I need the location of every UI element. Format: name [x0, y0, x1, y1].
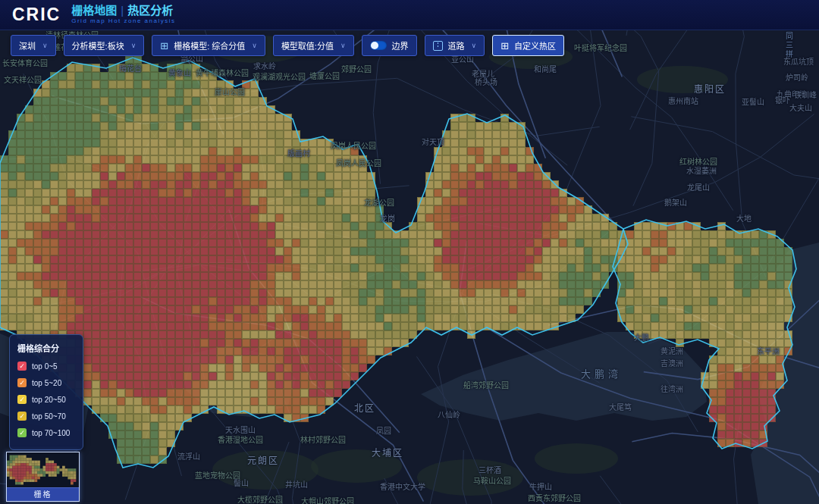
boundary-label: 边界 — [392, 39, 409, 52]
app-title: 栅格地图|热区分析 — [71, 5, 175, 17]
city-select[interactable]: 深圳 ∨ — [11, 35, 56, 56]
grid-model-select[interactable]: ⊞ 栅格模型: 综合分值 ∨ — [152, 35, 265, 56]
grid-icon: ⊞ — [160, 41, 168, 51]
model-value-select[interactable]: 模型取值:分值 ∨ — [273, 35, 354, 56]
chevron-down-icon: ∨ — [42, 42, 48, 49]
legend-item-label: top 0~5 — [32, 362, 58, 371]
grid-icon: ⊞ — [500, 41, 509, 51]
app-title-primary: 栅格地图 — [71, 4, 117, 17]
legend-checkbox-icon[interactable]: ✓ — [17, 412, 27, 421]
chevron-down-icon: ∨ — [252, 42, 257, 49]
legend-title: 栅格综合分 — [17, 342, 75, 354]
legend-checkbox-icon[interactable]: ✓ — [17, 362, 27, 371]
toolbar: 深圳 ∨ 分析模型:板块 ∨ ⊞ 栅格模型: 综合分值 ∨ 模型取值:分值 ∨ … — [11, 35, 564, 56]
minimap-label: 栅格 — [7, 487, 79, 501]
custom-hotzone-button[interactable]: ⊞ 自定义热区 — [492, 35, 564, 56]
toggle-on-icon[interactable] — [370, 41, 387, 50]
legend-item-label: top 50~70 — [32, 412, 66, 421]
legend-item-label: top 5~20 — [32, 379, 61, 387]
legend-item[interactable]: ✓top 50~70 — [17, 412, 75, 421]
app-subtitle: Grid map Hot zone analysis — [71, 18, 175, 25]
map-canvas[interactable] — [0, 30, 819, 504]
app-title-block: 栅格地图|热区分析 Grid map Hot zone analysis — [71, 5, 175, 25]
analysis-model-label: 分析模型:板块 — [72, 39, 124, 52]
minimap-canvas[interactable] — [7, 452, 79, 487]
custom-hotzone-label: 自定义热区 — [514, 39, 556, 52]
minimap[interactable]: 栅格 — [6, 452, 80, 502]
analysis-model-select[interactable]: 分析模型:板块 ∨ — [64, 35, 145, 56]
chevron-down-icon: ∨ — [472, 42, 477, 49]
legend-item[interactable]: ✓top 20~50 — [17, 395, 75, 404]
road-icon — [433, 41, 443, 51]
chevron-down-icon: ∨ — [131, 42, 136, 49]
legend-checkbox-icon[interactable]: ✓ — [17, 378, 27, 387]
legend-item[interactable]: ✓top 0~5 — [17, 362, 75, 371]
chevron-down-icon: ∨ — [340, 42, 346, 49]
boundary-toggle[interactable]: 边界 — [362, 35, 417, 56]
legend-checkbox-icon[interactable]: ✓ — [17, 428, 27, 437]
app-title-secondary: 热区分析 — [127, 4, 173, 17]
grid-model-label: 栅格模型: 综合分值 — [174, 39, 245, 52]
road-label: 道路 — [448, 39, 465, 52]
legend-item[interactable]: ✓top 70~100 — [17, 428, 75, 437]
road-select[interactable]: 道路 ∨ — [425, 35, 485, 56]
model-value-label: 模型取值:分值 — [281, 39, 334, 52]
legend-items: ✓top 0~5✓top 5~20✓top 20~50✓top 50~70✓to… — [17, 362, 75, 437]
app-title-separator: | — [121, 4, 124, 17]
city-select-label: 深圳 — [19, 39, 36, 52]
app-logo: CRIC — [12, 5, 61, 25]
legend-panel: 栅格综合分 ✓top 0~5✓top 5~20✓top 20~50✓top 50… — [9, 334, 83, 450]
legend-item[interactable]: ✓top 5~20 — [17, 378, 75, 387]
legend-item-label: top 70~100 — [32, 429, 70, 437]
toggle-knob — [371, 42, 378, 49]
app-header: CRIC 栅格地图|热区分析 Grid map Hot zone analysi… — [0, 0, 819, 30]
legend-checkbox-icon[interactable]: ✓ — [17, 395, 27, 404]
legend-item-label: top 20~50 — [32, 396, 66, 404]
